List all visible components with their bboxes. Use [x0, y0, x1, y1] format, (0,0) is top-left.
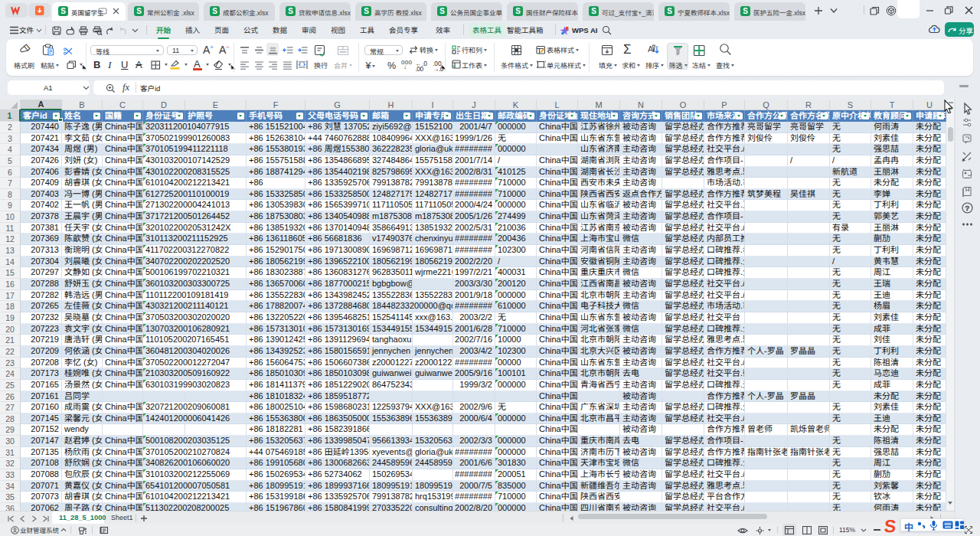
svg-text:?: ? [965, 204, 969, 212]
